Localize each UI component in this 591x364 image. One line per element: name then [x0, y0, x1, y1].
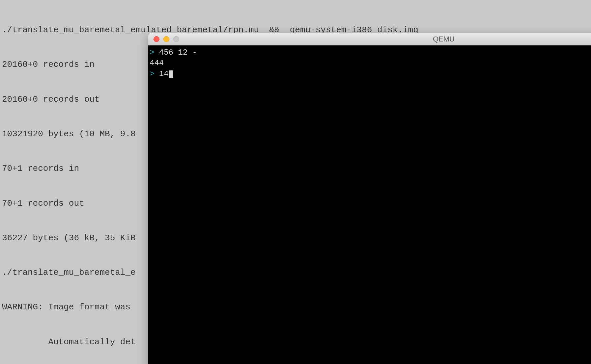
window-title: QEMU	[148, 35, 591, 43]
close-button[interactable]	[154, 36, 159, 42]
prompt-icon: >	[150, 48, 154, 57]
prompt-icon: >	[150, 69, 154, 78]
qemu-input: 14	[154, 69, 168, 78]
qemu-cursor	[169, 70, 173, 78]
qemu-input: 456 12 -	[154, 48, 197, 57]
qemu-output: 444	[150, 58, 591, 68]
qemu-screen[interactable]: > 456 12 - 444 > 14	[148, 45, 591, 364]
maximize-button[interactable]	[173, 36, 179, 42]
window-controls	[148, 36, 179, 42]
minimize-button[interactable]	[163, 36, 169, 42]
window-titlebar[interactable]: QEMU	[148, 33, 591, 45]
qemu-line: > 456 12 -	[150, 47, 591, 58]
qemu-window[interactable]: QEMU > 456 12 - 444 > 14	[148, 33, 591, 364]
qemu-line: > 14	[150, 69, 591, 79]
